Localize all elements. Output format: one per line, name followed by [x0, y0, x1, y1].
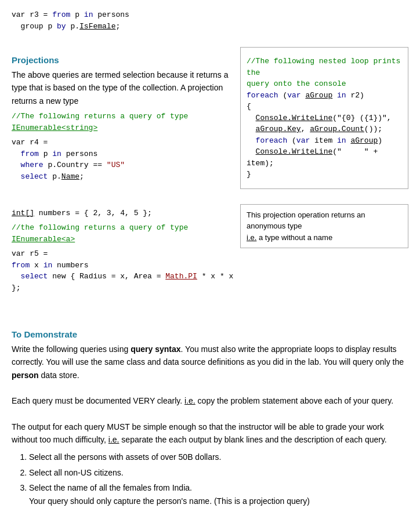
comment-block-1: //The following returns a query of type …: [12, 111, 234, 133]
callout-foreach-kw: foreach: [247, 91, 278, 100]
code-line-numbers: int[] numbers = { 2, 3, 4, 5 };: [12, 208, 234, 219]
bold-person: person: [12, 371, 39, 380]
anonymous-type-left: int[] numbers = { 2, 3, 4, 5 }; //the fo…: [12, 204, 234, 297]
list-item-3-subtext: Your query should only capture the perso…: [29, 495, 408, 507]
list-item-3-text: Select the name of all the females from …: [29, 483, 192, 492]
code-line-from-p: from p in persons: [12, 148, 234, 160]
callout-comment-1: //The following nested loop prints the: [247, 57, 400, 77]
ie-underline-2: i.e.: [108, 435, 120, 444]
demonstrate-title: To Demonstrate: [12, 329, 408, 339]
ie-underline-1: i.e.: [184, 396, 195, 405]
projections-title: Projections: [12, 55, 234, 65]
comment-line-2: IEnumerable<string>: [12, 122, 234, 134]
callout-anon-line2: i.e. a type without a name: [247, 232, 402, 244]
code-line-select-new: select new { Radius = x, Area = Math.PI …: [12, 271, 234, 293]
var-r5-code: var r5 = from x in numbers select new { …: [12, 248, 234, 293]
list-item-2: Select all non-US citizens.: [29, 466, 408, 479]
list-item-1: Select all the persons with assets of ov…: [29, 451, 408, 463]
projections-right: //The following nested loop prints the q…: [240, 47, 408, 189]
anonymous-type-section: int[] numbers = { 2, 3, 4, 5 }; //the fo…: [12, 204, 408, 297]
comment-line-4: IEnumerable<a>: [12, 234, 234, 245]
code-text: p.IsFemale;: [66, 22, 121, 31]
code-text: var r3 =: [12, 10, 52, 19]
code-line-var-r4: var r4 =: [12, 137, 234, 148]
callout-code-text: aGroup.Key, aGroup.Count());: [247, 125, 382, 133]
keyword-by: by: [57, 22, 66, 31]
projections-description: The above queries are termed selection b…: [12, 68, 234, 107]
demonstrate-list: Select all the persons with assets of ov…: [29, 451, 408, 508]
callout-code-text: {: [247, 102, 251, 111]
callout-in-kw: in: [337, 91, 346, 100]
demonstrate-para2: Each query must be documented VERY clear…: [12, 394, 408, 407]
callout-code-text: foreach (var item in aGroup): [247, 136, 382, 145]
callout-code-text: aGroup: [301, 91, 337, 100]
callout-code-text: r2): [346, 91, 364, 100]
callout-code-1: //The following nested loop prints the q…: [247, 56, 402, 180]
callout-ie-underline: i.e.: [247, 233, 256, 242]
callout-code-text: Console.WriteLine(" " + item);: [247, 147, 378, 168]
callout-anon-line1: This projection operation returns an ano…: [247, 209, 402, 232]
code-line-where: where p.Country == "US": [12, 159, 234, 171]
list-item-3-sub: Your query should only capture the perso…: [29, 495, 408, 507]
code-text: group p: [12, 22, 57, 31]
demonstrate-para1: Write the following queries using query …: [12, 343, 408, 382]
code-line-from-x: from x in numbers: [12, 260, 234, 271]
comment-line-3: //the following returns a query of type: [12, 222, 234, 234]
code-line-select: select p.Name;: [12, 171, 234, 183]
projections-left: Projections The above queries are termed…: [12, 47, 234, 186]
comment-line-1: //The following returns a query of type: [12, 111, 234, 122]
projections-section: Projections The above queries are termed…: [12, 47, 408, 189]
callout-code-text: (: [278, 91, 288, 100]
numbers-line: int[] numbers = { 2, 3, 4, 5 };: [12, 208, 234, 219]
code-line-2: group p by p.IsFemale;: [12, 21, 408, 32]
callout-box-2: This projection operation returns an ano…: [240, 204, 408, 249]
callout-comment-2: query onto the console: [247, 79, 346, 88]
anonymous-type-right: This projection operation returns an ano…: [240, 204, 408, 249]
callout-code-text: }: [247, 170, 251, 179]
var-r4-code: var r4 = from p in persons where p.Count…: [12, 137, 234, 182]
code-text: p: [70, 10, 84, 19]
callout-box-1: //The following nested loop prints the q…: [240, 47, 408, 189]
top-code-block: var r3 = from p in persons group p by p.…: [12, 9, 408, 32]
callout-var-kw: var: [287, 91, 300, 100]
demonstrate-section: To Demonstrate Write the following queri…: [12, 329, 408, 508]
keyword-from: from: [52, 10, 70, 19]
comment-block-2: //the following returns a query of type …: [12, 222, 234, 245]
list-item-3: Select the name of all the females from …: [29, 481, 408, 507]
demonstrate-para3: The output for each query MUST be simple…: [12, 420, 408, 447]
bold-query-syntax: query syntax: [131, 344, 180, 354]
code-line-1: var r3 = from p in persons: [12, 9, 408, 21]
keyword-in: in: [84, 10, 93, 19]
code-text: persons: [93, 10, 129, 19]
code-line-var-r5: var r5 =: [12, 248, 234, 260]
callout-code-text: Console.WriteLine("{0} ({1})",: [247, 114, 392, 122]
